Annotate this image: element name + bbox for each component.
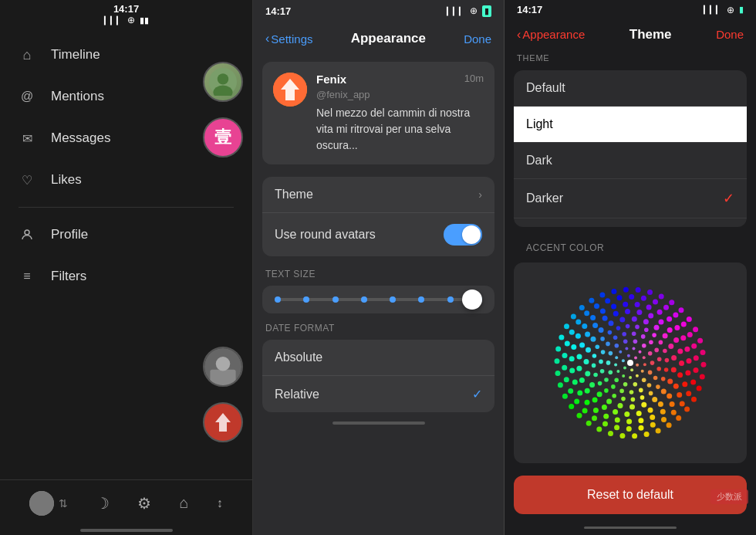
tweet-header: Fenix 10m xyxy=(316,73,484,86)
svg-point-29 xyxy=(643,363,646,366)
stack-icon[interactable]: ↕ xyxy=(217,496,223,510)
svg-point-204 xyxy=(555,346,561,351)
svg-point-106 xyxy=(661,388,667,394)
tweet-name: Fenix xyxy=(316,73,346,86)
slider-track[interactable] xyxy=(275,298,482,301)
theme-dark-label: Dark xyxy=(526,154,552,168)
color-wheel-container[interactable] xyxy=(514,262,747,463)
svg-point-199 xyxy=(592,415,597,421)
appearance-settings-section: Theme › Use round avatars xyxy=(262,177,494,256)
svg-point-156 xyxy=(687,358,692,364)
svg-point-206 xyxy=(564,323,569,329)
slider-dot xyxy=(275,296,281,303)
battery-icon-2: ▮ xyxy=(482,5,491,17)
svg-point-64 xyxy=(621,396,626,401)
date-format-section: Absolute Relative ✓ xyxy=(262,340,494,412)
avatar-bottom-left[interactable]: ⇅ xyxy=(29,491,68,516)
svg-point-45 xyxy=(629,390,634,394)
sidebar-item-label: Timeline xyxy=(51,47,100,63)
done-button-3[interactable]: Done xyxy=(716,28,744,41)
avatars-toggle[interactable] xyxy=(444,224,482,245)
svg-point-142 xyxy=(571,344,576,350)
relative-row[interactable]: Relative ✓ xyxy=(262,376,494,412)
absolute-row[interactable]: Absolute xyxy=(262,340,494,376)
avatar-2: 壹 xyxy=(203,117,243,157)
theme-row[interactable]: Theme › xyxy=(262,177,494,213)
svg-point-230 xyxy=(644,432,650,437)
svg-point-37 xyxy=(615,343,619,347)
svg-point-41 xyxy=(648,350,653,355)
svg-point-187 xyxy=(694,355,699,361)
svg-point-46 xyxy=(619,388,624,393)
svg-point-113 xyxy=(579,377,585,382)
home-icon: ⌂ xyxy=(19,46,35,63)
svg-point-216 xyxy=(669,300,674,305)
svg-point-32 xyxy=(623,382,628,387)
theme-row-right: › xyxy=(478,188,482,201)
theme-item-darker[interactable]: Darker ✓ xyxy=(514,179,747,218)
svg-point-27 xyxy=(639,350,642,353)
svg-point-203 xyxy=(555,358,560,364)
theme-item-default[interactable]: Default xyxy=(514,70,747,107)
done-button-2[interactable]: Done xyxy=(464,32,491,46)
gear-icon[interactable]: ⚙ xyxy=(137,494,151,513)
svg-point-38 xyxy=(623,339,628,344)
svg-point-49 xyxy=(600,369,605,374)
color-wheel[interactable] xyxy=(545,278,715,448)
svg-point-184 xyxy=(681,321,687,327)
svg-point-35 xyxy=(606,361,611,365)
back-button-settings[interactable]: ‹ Settings xyxy=(265,32,313,46)
theme-item-black[interactable]: Black xyxy=(514,218,747,227)
sidebar-item-likes[interactable]: ♡ Likes xyxy=(0,159,252,201)
svg-point-135 xyxy=(624,411,629,416)
svg-point-117 xyxy=(585,331,590,337)
tweet-content: Fenix 10m @fenix_app Nel mezzo del cammi… xyxy=(316,73,484,154)
svg-point-237 xyxy=(569,404,574,409)
svg-point-126 xyxy=(673,337,679,343)
svg-point-208 xyxy=(579,305,585,310)
slider-dot xyxy=(303,296,309,303)
svg-point-2 xyxy=(218,73,228,84)
theme-item-dark[interactable]: Dark xyxy=(514,143,747,179)
theme-list: Default Light Dark Darker ✓ Black xyxy=(514,70,747,227)
slider-thumb[interactable] xyxy=(462,290,482,310)
wifi-icon-3: ⊕ xyxy=(727,5,734,15)
svg-point-140 xyxy=(569,367,575,373)
svg-point-159 xyxy=(677,391,682,397)
svg-point-180 xyxy=(641,295,646,300)
svg-point-13 xyxy=(623,366,626,369)
user-avatar xyxy=(29,491,54,516)
sidebar-item-profile[interactable]: Profile xyxy=(0,214,252,256)
svg-point-67 xyxy=(598,381,602,385)
svg-point-222 xyxy=(701,361,707,367)
back-button-appearance[interactable]: ‹ Appearance xyxy=(517,28,585,42)
home-bottom-icon[interactable]: ⌂ xyxy=(180,494,189,512)
status-bar-2: 14:17 ▎▎▎ ⊕ ▮ xyxy=(253,0,504,22)
svg-point-178 xyxy=(617,295,623,300)
svg-point-105 xyxy=(667,378,673,384)
relative-checkmark: ✓ xyxy=(472,387,482,401)
theme-label: Theme xyxy=(275,188,313,201)
svg-point-75 xyxy=(626,323,630,328)
svg-point-223 xyxy=(700,374,705,379)
avatars-row[interactable]: Use round avatars xyxy=(262,213,494,256)
svg-point-235 xyxy=(586,420,592,425)
svg-point-30 xyxy=(642,378,646,382)
svg-point-151 xyxy=(657,309,663,314)
moon-icon[interactable]: ☽ xyxy=(96,494,110,513)
sidebar-item-filters[interactable]: ≡ Filters xyxy=(0,256,252,297)
battery-icon: ▮▮ xyxy=(140,15,149,25)
svg-point-120 xyxy=(613,310,619,316)
svg-point-39 xyxy=(633,339,638,344)
svg-point-125 xyxy=(667,327,673,333)
svg-point-55 xyxy=(632,331,636,336)
battery-icon-3: ▮ xyxy=(739,5,744,15)
wifi-icon: ⊕ xyxy=(127,15,135,25)
svg-point-28 xyxy=(643,356,646,359)
svg-point-239 xyxy=(558,382,563,388)
svg-point-185 xyxy=(687,332,693,337)
nav-divider xyxy=(19,207,234,208)
svg-point-183 xyxy=(673,312,678,317)
svg-point-170 xyxy=(562,364,567,370)
theme-item-light[interactable]: Light xyxy=(514,107,747,143)
